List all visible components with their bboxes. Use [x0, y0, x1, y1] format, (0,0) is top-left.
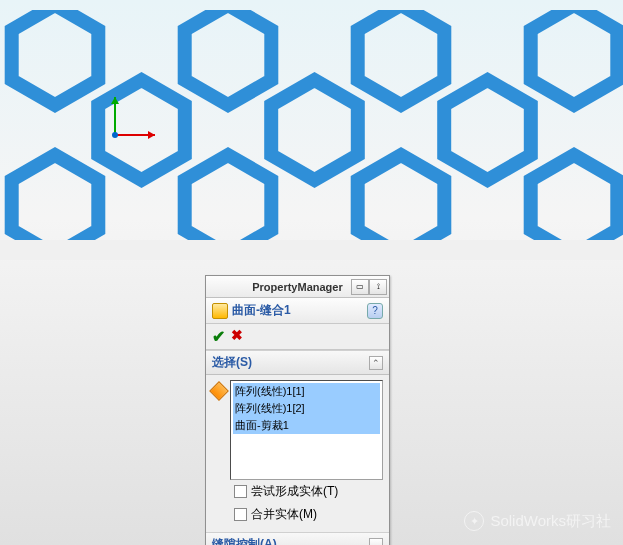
svg-rect-1: [0, 240, 623, 260]
list-item[interactable]: 阵列(线性)1[2]: [233, 400, 380, 417]
merge-checkbox[interactable]: [234, 508, 247, 521]
try-solid-row[interactable]: 尝试形成实体(T): [212, 480, 383, 503]
feature-name: 曲面-缝合1: [232, 302, 291, 319]
feature-header: 曲面-缝合1 ?: [206, 298, 389, 324]
property-manager-panel: PropertyManager ▭ ⟟ 曲面-缝合1 ? ✔ ✖ 选择(S) ⌃…: [205, 275, 390, 545]
3d-viewport[interactable]: [0, 0, 623, 280]
origin-triad: [100, 85, 170, 155]
section-selection-body: 阵列(线性)1[1] 阵列(线性)1[2] 曲面-剪裁1 尝试形成实体(T) 合…: [206, 375, 389, 532]
surface-selection-icon: [209, 381, 229, 401]
list-item[interactable]: 阵列(线性)1[1]: [233, 383, 380, 400]
try-solid-checkbox[interactable]: [234, 485, 247, 498]
chevron-up-icon: ⌃: [369, 356, 383, 370]
cancel-button[interactable]: ✖: [231, 327, 243, 346]
section-selection-label: 选择(S): [212, 354, 252, 371]
selection-listbox[interactable]: 阵列(线性)1[1] 阵列(线性)1[2] 曲面-剪裁1: [230, 380, 383, 480]
knit-surface-icon: [212, 303, 228, 319]
watermark-text: SolidWorks研习社: [490, 512, 611, 531]
honeycomb-body: [0, 10, 623, 260]
wechat-icon: ✦: [464, 511, 484, 531]
pushpin-button[interactable]: ⟟: [369, 279, 387, 295]
watermark: ✦ SolidWorks研习社: [464, 511, 611, 531]
confirm-row: ✔ ✖: [206, 324, 389, 350]
chevron-down-icon: ⌄: [369, 538, 383, 546]
panel-titlebar: PropertyManager ▭ ⟟: [206, 276, 389, 298]
svg-point-6: [112, 132, 118, 138]
svg-marker-5: [111, 97, 119, 104]
section-gap-header[interactable]: 缝隙控制(A) ⌄: [206, 532, 389, 545]
ok-button[interactable]: ✔: [212, 327, 225, 346]
merge-row[interactable]: 合并实体(M): [212, 503, 383, 526]
section-gap-label: 缝隙控制(A): [212, 536, 277, 545]
svg-marker-3: [148, 131, 155, 139]
help-button[interactable]: ?: [367, 303, 383, 319]
try-solid-label: 尝试形成实体(T): [251, 483, 338, 500]
section-selection-header[interactable]: 选择(S) ⌃: [206, 350, 389, 375]
merge-label: 合并实体(M): [251, 506, 317, 523]
list-item[interactable]: 曲面-剪裁1: [233, 417, 380, 434]
keep-visible-button[interactable]: ▭: [351, 279, 369, 295]
panel-title: PropertyManager: [252, 281, 342, 293]
